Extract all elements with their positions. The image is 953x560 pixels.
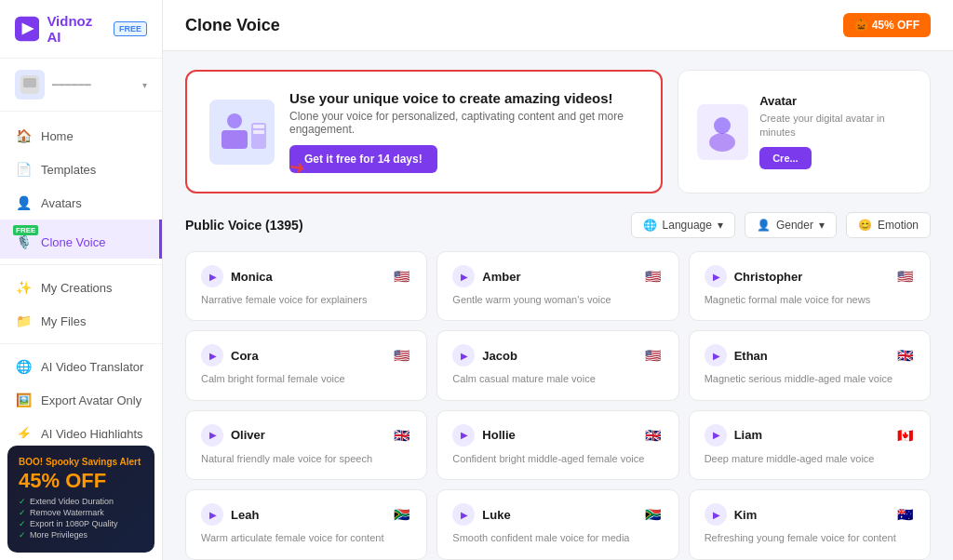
voice-description: Deep mature middle-aged male voice <box>705 452 915 466</box>
voice-card[interactable]: ▶ Leah 🇿🇦 Warm articulate female voice f… <box>185 489 427 559</box>
play-button[interactable]: ▶ <box>201 503 223 526</box>
play-icon: ▶ <box>209 510 217 520</box>
sidebar-item-export-avatar[interactable]: 🖼️ Export Avatar Only <box>0 383 162 417</box>
flag-icon: 🇿🇦 <box>391 504 411 525</box>
promo-feature-1: ✓ Extend Video Duration <box>19 497 143 506</box>
voice-card[interactable]: ▶ Ethan 🇬🇧 Magnetic serious middle-aged … <box>689 330 931 400</box>
pumpkin-icon: 🎃 <box>854 19 868 32</box>
play-button[interactable]: ▶ <box>201 424 223 447</box>
halloween-button[interactable]: 🎃 45% OFF <box>843 13 931 37</box>
play-button[interactable]: ▶ <box>705 265 727 287</box>
promo-box[interactable]: BOO! Spooky Savings Alert 45% OFF ✓ Exte… <box>7 446 154 553</box>
chevron-down-icon: ▾ <box>142 80 147 90</box>
voice-card[interactable]: ▶ Amber 🇺🇸 Gentle warm young woman's voi… <box>436 251 678 321</box>
sidebar-item-templates[interactable]: 📄 Templates <box>0 153 162 186</box>
play-button[interactable]: ▶ <box>452 344 475 367</box>
voice-card[interactable]: ▶ Luke 🇿🇦 Smooth confident male voice fo… <box>436 489 678 559</box>
voice-description: Refreshing young female voice for conten… <box>705 531 915 545</box>
free-badge: FREE <box>114 21 147 36</box>
voice-left: ▶ Kim <box>705 503 758 526</box>
voice-card[interactable]: ▶ Liam 🇨🇦 Deep mature middle-aged male v… <box>689 410 931 480</box>
nav-divider-1 <box>0 264 162 265</box>
voice-card[interactable]: ▶ Hollie 🇬🇧 Confident bright middle-aged… <box>436 410 678 480</box>
voice-left: ▶ Amber <box>452 265 520 287</box>
play-button[interactable]: ▶ <box>452 424 475 447</box>
avatar-content: Avatar Create your digital avatar in min… <box>759 94 911 170</box>
sidebar-item-ai-video-translator[interactable]: 🌐 AI Video Translator <box>0 350 162 383</box>
play-button[interactable]: ▶ <box>452 503 475 526</box>
play-button[interactable]: ▶ <box>452 265 475 287</box>
promo-feature-1-label: Extend Video Duration <box>30 497 114 506</box>
language-chevron-icon: ▾ <box>718 219 723 232</box>
gender-chevron-icon: ▾ <box>819 219 825 232</box>
sidebar-item-clone-voice[interactable]: FREE 🎙️ Clone Voice <box>0 220 162 259</box>
check-icon-2: ✓ <box>19 508 26 517</box>
voice-card[interactable]: ▶ Christopher 🇺🇸 Magnetic formal male vo… <box>689 251 931 321</box>
svg-rect-3 <box>23 78 36 87</box>
voice-description: Natural friendly male voice for speech <box>201 452 411 466</box>
banner-cta-button[interactable]: Get it free for 14 days! <box>289 145 437 173</box>
avatars-icon: 👤 <box>15 194 32 211</box>
voice-card[interactable]: ▶ Kim 🇦🇺 Refreshing young female voice f… <box>689 489 931 559</box>
play-button[interactable]: ▶ <box>201 344 223 367</box>
voice-left: ▶ Jacob <box>452 344 517 367</box>
voice-name: Liam <box>734 428 762 442</box>
voice-card[interactable]: ▶ Monica 🇺🇸 Narrative female voice for e… <box>185 251 427 321</box>
svg-point-12 <box>709 133 735 152</box>
banner-content: Use your unique voice to create amazing … <box>289 90 638 173</box>
check-icon-4: ✓ <box>19 530 26 540</box>
page-title: Clone Voice <box>185 16 280 35</box>
sidebar-item-my-creations[interactable]: ✨ My Creations <box>0 271 162 304</box>
voice-card-header: ▶ Liam 🇨🇦 <box>705 424 915 447</box>
voice-name: Luke <box>482 508 510 522</box>
voice-name: Christopher <box>734 270 803 284</box>
voice-card[interactable]: ▶ Oliver 🇬🇧 Natural friendly male voice … <box>185 410 427 480</box>
arrow-graphic: ➜ <box>288 155 307 180</box>
sidebar-item-ai-video-highlights[interactable]: ⚡ AI Video Highlights <box>0 417 162 438</box>
sidebar-item-home[interactable]: 🏠 Home <box>0 119 162 153</box>
user-profile[interactable]: ━━━━━━ ▾ <box>0 59 162 112</box>
clone-voice-icon: 🎙️ <box>15 233 32 250</box>
svg-rect-8 <box>253 125 264 128</box>
voice-card[interactable]: ▶ Cora 🇺🇸 Calm bright formal female voic… <box>185 330 427 400</box>
flag-icon: 🇺🇸 <box>391 345 411 366</box>
gender-label: Gender <box>776 219 813 232</box>
translator-icon: 🌐 <box>15 358 32 375</box>
avatar-banner: Avatar Create your digital avatar in min… <box>678 70 931 193</box>
voice-card-header: ▶ Christopher 🇺🇸 <box>705 265 915 287</box>
voice-card-header: ▶ Kim 🇦🇺 <box>705 503 915 526</box>
emotion-label: Emotion <box>878 219 919 232</box>
flag-icon: 🇬🇧 <box>643 425 664 446</box>
flag-icon: 🇺🇸 <box>643 266 664 287</box>
sidebar-item-my-files[interactable]: 📁 My Files <box>0 304 162 338</box>
banner-title: Use your unique voice to create amazing … <box>289 90 638 106</box>
voice-description: Magnetic serious middle-aged male voice <box>705 372 915 386</box>
play-button[interactable]: ▶ <box>705 424 727 447</box>
play-button[interactable]: ▶ <box>705 503 727 526</box>
svg-rect-9 <box>253 130 264 134</box>
voice-description: Calm casual mature male voice <box>452 372 663 386</box>
emotion-filter[interactable]: 😊 Emotion <box>846 212 931 238</box>
sidebar-item-avatars[interactable]: 👤 Avatars <box>0 186 162 220</box>
voice-left: ▶ Oliver <box>201 424 265 447</box>
play-button[interactable]: ▶ <box>705 344 727 367</box>
avatar-cta-button[interactable]: Cre... <box>759 147 812 169</box>
sidebar: Vidnoz AI FREE ━━━━━━ ▾ 🏠 Home 📄 Templat… <box>0 0 163 560</box>
voice-name: Jacob <box>482 349 517 363</box>
user-name: ━━━━━━ <box>52 79 135 91</box>
voice-name: Kim <box>734 508 758 522</box>
flag-icon: 🇨🇦 <box>894 425 915 446</box>
main-header: Clone Voice 🎃 45% OFF <box>163 0 953 51</box>
voice-left: ▶ Ethan <box>705 344 768 367</box>
voice-card-header: ▶ Hollie 🇬🇧 <box>452 424 663 447</box>
voice-left: ▶ Hollie <box>452 424 515 447</box>
play-icon: ▶ <box>713 351 720 361</box>
play-button[interactable]: ▶ <box>201 265 223 287</box>
logo-area: Vidnoz AI FREE <box>0 0 162 59</box>
check-icon-1: ✓ <box>19 497 26 506</box>
gender-filter[interactable]: 👤 Gender ▾ <box>745 212 837 238</box>
voice-card-header: ▶ Ethan 🇬🇧 <box>705 344 915 367</box>
voice-card[interactable]: ▶ Jacob 🇺🇸 Calm casual mature male voice <box>436 330 678 400</box>
promo-feature-4: ✓ More Privileges <box>19 530 143 540</box>
language-filter[interactable]: 🌐 Language ▾ <box>631 212 735 238</box>
